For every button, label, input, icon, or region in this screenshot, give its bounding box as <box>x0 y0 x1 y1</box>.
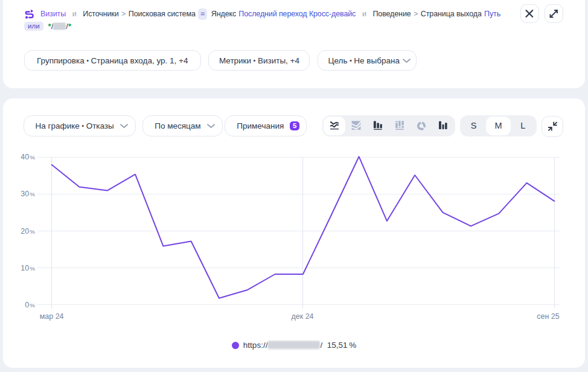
svg-text:дек 24: дек 24 <box>291 312 313 321</box>
svg-text:30 %: 30 % <box>21 190 35 198</box>
svg-text:сен 25: сен 25 <box>537 312 560 321</box>
svg-text:40 %: 40 % <box>21 153 35 161</box>
svg-text:мар 24: мар 24 <box>40 312 64 321</box>
svg-text:0 %: 0 % <box>25 301 35 309</box>
svg-text:10 %: 10 % <box>21 264 35 272</box>
svg-text:20 %: 20 % <box>21 227 35 236</box>
